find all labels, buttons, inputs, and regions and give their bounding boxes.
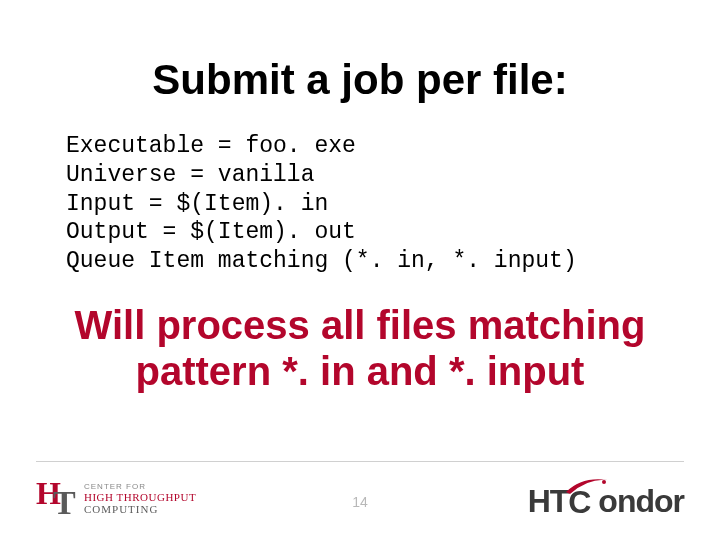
divider bbox=[36, 461, 684, 462]
chtc-line1: CENTER FOR bbox=[84, 482, 196, 491]
svg-point-0 bbox=[602, 480, 606, 484]
slide-title: Submit a job per file: bbox=[0, 56, 720, 104]
slide: Submit a job per file: Executable = foo.… bbox=[0, 0, 720, 540]
chtc-text: CENTER FOR HIGH THROUGHPUT COMPUTING bbox=[84, 482, 196, 515]
htcondor-ht: HT bbox=[528, 483, 569, 520]
code-block: Executable = foo. exe Universe = vanilla… bbox=[66, 132, 577, 276]
matching-line-2: pattern *. in and *. input bbox=[136, 349, 585, 393]
htcondor-c-icon: C bbox=[568, 484, 598, 520]
chtc-line2: HIGH THROUGHPUT bbox=[84, 491, 196, 503]
htcondor-ondor: ondor bbox=[598, 483, 684, 520]
matching-line-1: Will process all files matching bbox=[75, 303, 646, 347]
chtc-mark-icon: H T bbox=[36, 477, 78, 519]
chtc-t-letter: T bbox=[53, 486, 76, 520]
chtc-logo: H T CENTER FOR HIGH THROUGHPUT COMPUTING bbox=[36, 474, 196, 522]
matching-text: Will process all files matching pattern … bbox=[0, 302, 720, 394]
htcondor-logo: HT C ondor bbox=[528, 483, 684, 520]
chtc-line3: COMPUTING bbox=[84, 503, 196, 515]
